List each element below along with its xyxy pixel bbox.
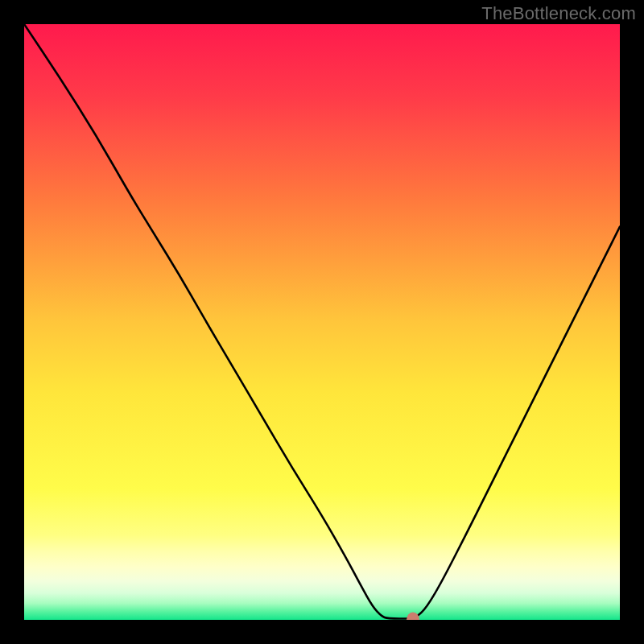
bottleneck-curve <box>24 24 620 620</box>
plot-outer-frame <box>0 0 644 644</box>
chart-container: TheBottleneck.com <box>0 0 644 644</box>
watermark-label: TheBottleneck.com <box>481 3 636 24</box>
plot-area <box>24 24 620 620</box>
